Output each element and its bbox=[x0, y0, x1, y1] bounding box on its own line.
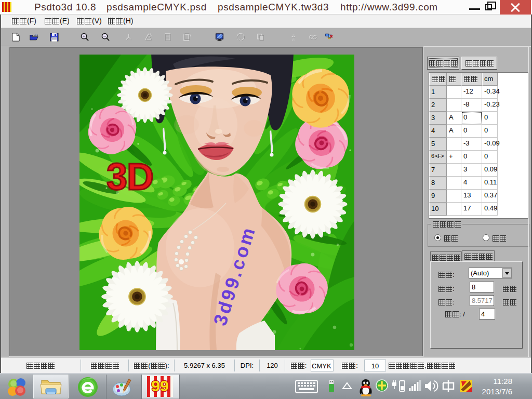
svg-text:3D: 3D bbox=[107, 156, 153, 197]
